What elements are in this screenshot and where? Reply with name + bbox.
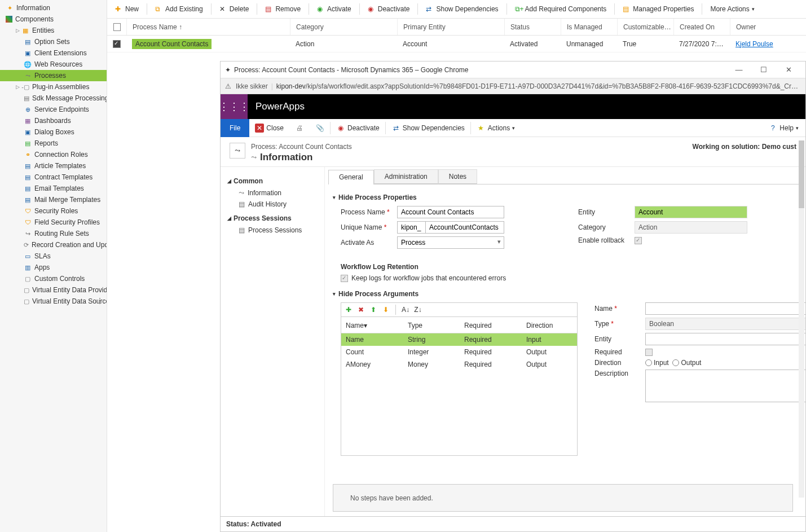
btn-new[interactable]: ✚New [111,2,143,16]
section-process-arguments[interactable]: ▾Hide Process Arguments [333,290,801,298]
ribbon-close[interactable]: ✕Close [249,119,289,137]
arg-move-down[interactable]: ⬇ [381,305,391,315]
nav-dialog-boxes[interactable]: ▣Dialog Boxes [0,126,107,138]
tab-admin[interactable]: Administration [374,169,438,184]
nav-processes[interactable]: ⤳Processes [0,70,107,81]
col-category[interactable]: Category [290,19,397,35]
args-col-type[interactable]: Type [406,320,462,331]
app-launcher[interactable]: ⋮⋮⋮ [221,94,248,119]
ribbon-save-icon[interactable]: 🖨 [289,119,310,137]
nav-dashboards[interactable]: ▦Dashboards [0,115,107,126]
nav-group-common[interactable]: ◢Common [227,177,318,185]
ribbon-help[interactable]: ?Help ▾ [768,124,805,133]
arg-row[interactable]: NameStringRequiredInput [341,333,577,346]
file-tab[interactable]: File [221,119,249,137]
vertical-scrollbar[interactable] [799,167,804,498]
btn-add-existing[interactable]: ⧉Add Existing [151,2,208,16]
select-all-checkbox[interactable] [113,23,121,31]
window-minimize[interactable]: — [726,62,751,78]
nav-item-audit[interactable]: ▤Audit History [227,199,318,210]
radio-direction-input[interactable] [645,359,652,366]
ribbon-show-dep[interactable]: ⇄Show Dependencies [386,119,470,137]
arg-delete[interactable]: ✖ [356,305,366,315]
nav-group-sessions[interactable]: ◢Process Sessions [227,214,318,222]
row-checkbox[interactable] [113,40,121,48]
window-close[interactable]: ✕ [776,62,801,78]
input-arg-name[interactable] [645,302,805,315]
tab-general[interactable]: General [328,170,374,184]
arg-add[interactable]: ✚ [343,305,354,315]
nav-ve-sources[interactable]: ▢Virtual Entity Data Sources [0,296,107,307]
checkbox-keep-logs[interactable] [341,275,348,282]
nav-client-extensions[interactable]: ▣Client Extensions [0,47,107,59]
select-arg-type[interactable] [645,318,805,330]
select-activate-as[interactable] [397,236,504,249]
nav-contract-templates[interactable]: ▤Contract Templates [0,172,107,183]
btn-managed-props[interactable]: ▤Managed Properties [618,2,698,16]
nav-option-sets[interactable]: ▤Option Sets [0,36,107,47]
nav-drag-handle[interactable]: ⋮ [96,296,103,305]
nav-routing-rules[interactable]: ↪Routing Rule Sets [0,228,107,239]
nav-article-templates[interactable]: ▤Article Templates [0,160,107,172]
row-owner-link[interactable]: Kjeld Poulse [735,40,773,48]
col-owner[interactable]: Owner [730,19,806,35]
nav-entities[interactable]: ▷▦Entities [0,25,107,36]
btn-show-dep[interactable]: ⇄Show Dependencies [421,2,503,16]
arg-sort-asc[interactable]: A↓ [400,305,411,315]
nav-service-endpoints[interactable]: ⊕Service Endpoints [0,104,107,115]
btn-delete[interactable]: ✕Delete [215,2,254,16]
input-unique-name[interactable] [425,221,504,234]
checkbox-rollback[interactable] [635,237,642,244]
nav-sdk-messages[interactable]: ▤Sdk Message Processing St… [0,93,107,104]
arg-sort-desc[interactable]: Z↓ [413,305,423,315]
btn-more-actions[interactable]: More Actions ▾ [706,2,759,16]
nav-connection-roles[interactable]: ⚭Connection Roles [0,149,107,160]
nav-components[interactable]: Components [0,14,107,25]
grid-row[interactable]: Account Count Contacts Action Account Ac… [107,36,806,52]
btn-remove[interactable]: ▤Remove [261,2,305,16]
ribbon-attach[interactable]: 📎 [310,119,330,137]
nav-security-roles[interactable]: 🛡Security Roles [0,205,107,217]
args-col-name[interactable]: Name▾ [343,320,406,331]
btn-activate[interactable]: ◉Activate [312,2,356,16]
args-col-direction[interactable]: Direction [524,320,575,331]
col-created-on[interactable]: Created On [673,19,730,35]
radio-direction-output[interactable] [672,359,679,366]
col-is-managed[interactable]: Is Managed [561,19,617,35]
nav-item-information[interactable]: ⤳Information [227,187,318,199]
checkbox-arg-required[interactable] [645,349,653,356]
nav-plugin-assemblies[interactable]: ▷-▢Plug-in Assemblies [0,81,107,93]
ribbon-actions[interactable]: ★Actions ▾ [471,119,521,137]
btn-add-required[interactable]: ⧉+Add Required Components [510,2,611,16]
textarea-arg-description[interactable] [645,370,805,402]
window-maximize[interactable]: ☐ [751,62,776,78]
tab-notes[interactable]: Notes [438,169,477,184]
arg-move-up[interactable]: ⬆ [368,305,378,315]
nav-ve-providers[interactable]: ▢Virtual Entity Data Providers [0,284,107,296]
input-unique-prefix[interactable] [397,221,425,234]
nav-mailmerge-templates[interactable]: ▤Mail Merge Templates [0,194,107,205]
nav-reports[interactable]: ▤Reports [0,138,107,149]
col-primary-entity[interactable]: Primary Entity [397,19,504,35]
nav-information[interactable]: ✦Information [0,2,107,14]
nav-record-creation[interactable]: ⟳Record Creation and Upda… [0,239,107,250]
col-process-name[interactable]: Process Name ↑ [126,19,290,35]
section-process-properties[interactable]: ▾Hide Process Properties [333,194,801,201]
form-switch-icon[interactable]: ⤳ [251,153,257,161]
nav-item-sessions[interactable]: ▤Process Sessions [227,225,318,236]
nav-field-security[interactable]: 🛡Field Security Profiles [0,217,107,228]
col-status[interactable]: Status [504,19,561,35]
nav-slas[interactable]: ▭SLAs [0,250,107,262]
nav-email-templates[interactable]: ▤Email Templates [0,183,107,194]
btn-deactivate[interactable]: ◉Deactivate [363,2,415,16]
args-col-required[interactable]: Required [462,320,524,331]
nav-apps[interactable]: ▥Apps [0,262,107,273]
select-arg-entity[interactable] [645,333,805,345]
nav-web-resources[interactable]: 🌐Web Resources [0,59,107,70]
input-process-name[interactable] [397,206,504,218]
col-customizable[interactable]: Customizable… [617,19,673,35]
arg-row[interactable]: CountIntegerRequiredOutput [341,346,577,358]
ribbon-deactivate[interactable]: ◉Deactivate [331,119,385,137]
arg-row[interactable]: AMoneyMoneyRequiredOutput [341,358,577,371]
nav-custom-controls[interactable]: ▢Custom Controls [0,273,107,284]
